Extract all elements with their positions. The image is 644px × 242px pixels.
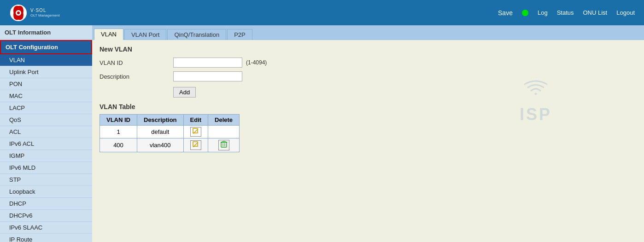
sidebar-item-dhcpv6[interactable]: DHCPv6 <box>0 210 92 222</box>
wifi-icon <box>520 77 552 105</box>
svg-rect-13 <box>222 141 225 142</box>
row2-delete-button[interactable] <box>218 140 229 150</box>
description-row: Description <box>100 71 637 81</box>
tab-vlan-port[interactable]: VLAN Port <box>124 29 166 40</box>
row2-vlan-id: 400 <box>100 138 137 152</box>
sidebar-item-qos[interactable]: QoS <box>0 114 92 126</box>
svg-rect-8 <box>193 142 198 146</box>
description-input[interactable] <box>173 71 242 81</box>
new-vlan-title: New VLAN <box>100 46 637 53</box>
sidebar-item-ipv6-slaac[interactable]: IPv6 SLAAC <box>0 222 92 234</box>
row1-edit-button[interactable] <box>190 127 201 137</box>
tab-p2p[interactable]: P2P <box>227 29 252 40</box>
sidebar-item-loopback[interactable]: Loopback <box>0 186 92 198</box>
content-area: VLAN VLAN Port QinQ/Translation P2P ISP <box>92 25 644 242</box>
svg-point-4 <box>17 12 20 14</box>
vlan-id-row: VLAN ID (1-4094) <box>100 58 637 68</box>
description-label: Description <box>100 73 173 80</box>
vlan-table: VLAN ID Description Edit Delete 1 defaul… <box>100 114 240 152</box>
tab-qinq[interactable]: QinQ/Translation <box>167 29 226 40</box>
vlan-table-title: VLAN Table <box>100 103 637 110</box>
content-body: ISP New VLAN VLAN ID (1-4094) Descriptio… <box>92 40 644 242</box>
sidebar-item-acl[interactable]: ACL <box>0 126 92 138</box>
row2-edit-cell <box>183 138 208 152</box>
header-right: Save Log Status ONU List Logout <box>498 9 635 17</box>
tab-vlan[interactable]: VLAN <box>94 29 123 40</box>
row2-delete-cell <box>208 138 240 152</box>
table-row: 1 default <box>100 126 240 138</box>
sidebar-item-ipv6-mld[interactable]: IPv6 MLD <box>0 162 92 174</box>
col-edit: Edit <box>183 115 208 126</box>
sidebar-item-ip-route[interactable]: IP Route <box>0 234 92 242</box>
sidebar-item-pon[interactable]: PON <box>0 78 92 90</box>
sidebar-config-title: OLT Configuration <box>0 40 92 54</box>
sidebar-item-stp[interactable]: STP <box>0 174 92 186</box>
table-row: 400 vlan400 <box>100 138 240 152</box>
svg-line-6 <box>194 129 198 133</box>
row1-edit-cell <box>183 126 208 138</box>
col-vlan-id: VLAN ID <box>100 115 137 126</box>
col-description: Description <box>137 115 184 126</box>
col-delete: Delete <box>208 115 240 126</box>
svg-rect-5 <box>193 128 198 133</box>
status-link[interactable]: Status <box>557 9 574 16</box>
row2-description: vlan400 <box>137 138 184 152</box>
onu-list-link[interactable]: ONU List <box>583 9 608 16</box>
vlan-id-input[interactable] <box>173 58 242 68</box>
add-button[interactable]: Add <box>173 87 196 98</box>
sidebar-item-mac[interactable]: MAC <box>0 90 92 102</box>
sidebar: OLT Information OLT Configuration VLAN U… <box>0 25 92 242</box>
vlan-id-label: VLAN ID <box>100 59 173 66</box>
sidebar-info-title: OLT Information <box>0 25 92 40</box>
svg-rect-11 <box>221 142 227 147</box>
sidebar-item-ipv6-acl[interactable]: IPv6 ACL <box>0 138 92 150</box>
sidebar-item-dhcp[interactable]: DHCP <box>0 198 92 210</box>
vsol-logo-icon <box>9 4 28 22</box>
log-link[interactable]: Log <box>538 9 548 16</box>
status-indicator <box>522 10 528 16</box>
row1-description: default <box>137 126 184 138</box>
logo-area: V·SOL OLT Management <box>9 4 101 22</box>
save-button[interactable]: Save <box>498 9 513 17</box>
row2-edit-button[interactable] <box>190 140 201 150</box>
logout-link[interactable]: Logout <box>616 9 635 16</box>
sidebar-item-vlan[interactable]: VLAN <box>0 54 92 66</box>
sidebar-item-lacp[interactable]: LACP <box>0 102 92 114</box>
vlan-id-hint: (1-4094) <box>246 59 267 66</box>
svg-line-9 <box>194 143 198 146</box>
isp-label: ISP <box>520 105 552 124</box>
isp-watermark: ISP <box>520 77 552 124</box>
sidebar-item-uplink-port[interactable]: Uplink Port <box>0 66 92 78</box>
tab-bar: VLAN VLAN Port QinQ/Translation P2P <box>92 25 644 40</box>
sidebar-item-igmp[interactable]: IGMP <box>0 150 92 162</box>
row1-delete-cell <box>208 126 240 138</box>
row1-vlan-id: 1 <box>100 126 137 138</box>
